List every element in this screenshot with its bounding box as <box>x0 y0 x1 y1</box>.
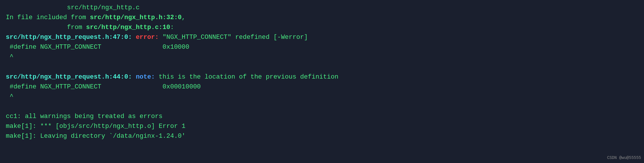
watermark: CSDN @wu@55555 <box>607 155 641 161</box>
line4-file-ref: src/http/ngx_http_request.h:47:0: <box>6 34 132 41</box>
terminal-line-7 <box>6 62 638 72</box>
terminal-line-2: In file included from src/http/ngx_http.… <box>6 13 638 23</box>
terminal-line-12: cc1: all warnings being treated as error… <box>6 112 638 122</box>
line8-note-label: note: <box>136 73 155 81</box>
terminal-line-13: make[1]: *** [objs/src/http/ngx_http.o] … <box>6 122 638 131</box>
line4-error-msg: "NGX_HTTP_CONNECT" redefined [-Werror] <box>159 34 308 41</box>
terminal-output: src/http/ngx_http.c In file included fro… <box>6 3 638 141</box>
line8-space1 <box>132 73 136 81</box>
line4-error-label: error: <box>136 34 159 41</box>
terminal-line-11 <box>6 102 638 112</box>
terminal-line-5: #define NGX_HTTP_CONNECT 0x10000 <box>6 42 638 52</box>
terminal-line-9: #define NGX_HTTP_CONNECT 0x00010000 <box>6 82 638 92</box>
line4-space1 <box>132 34 136 41</box>
terminal-line-10: ^ <box>6 92 638 102</box>
line3-part3: : <box>170 24 174 31</box>
line8-file-ref: src/http/ngx_http_request.h:44:0: <box>6 73 132 81</box>
terminal-line-6: ^ <box>6 52 638 62</box>
line3-part1: from <box>6 24 86 31</box>
terminal-line-14: make[1]: Leaving directory `/data/nginx-… <box>6 131 638 141</box>
line2-part2: src/http/ngx_http.h:32:0 <box>90 14 182 21</box>
line8-note-msg: this is the location of the previous def… <box>155 73 339 81</box>
terminal-line-8: src/http/ngx_http_request.h:44:0: note: … <box>6 72 638 82</box>
terminal-line-3: from src/http/ngx_http.c:10: <box>6 23 638 32</box>
line3-part2: src/http/ngx_http.c:10 <box>86 24 170 31</box>
terminal-line-1: src/http/ngx_http.c <box>6 3 638 13</box>
line2-part3: , <box>182 14 185 21</box>
line2-part1: In file included from <box>6 14 90 21</box>
terminal-line-4: src/http/ngx_http_request.h:47:0: error:… <box>6 32 638 42</box>
